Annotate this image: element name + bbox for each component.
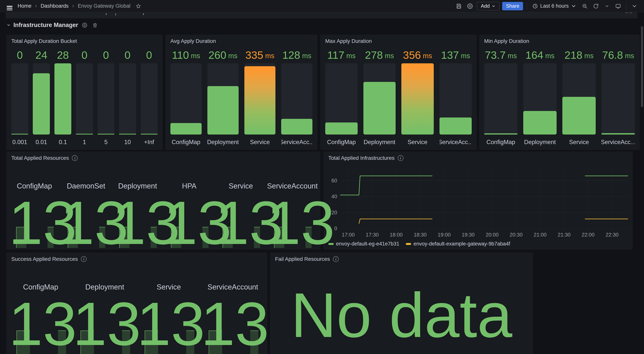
x-axis-tick: 22:30	[606, 232, 619, 238]
time-range-label: Last 6 hours	[540, 3, 569, 9]
bar--inf: 0+Inf	[141, 46, 158, 147]
time-range-picker[interactable]: Last 6 hours	[531, 2, 578, 10]
panel-title-text: Total Applied Resources	[11, 155, 69, 161]
breadcrumb-separator-icon	[34, 4, 38, 8]
page-scrollbar[interactable]	[641, 26, 643, 107]
favorite-star-button[interactable]	[134, 2, 142, 10]
bar-fill	[602, 133, 635, 135]
bar-0-01: 240.01	[33, 46, 50, 147]
bar-category-label: Deployment	[208, 135, 239, 147]
dashboard-settings-button[interactable]	[466, 2, 474, 10]
panel-fail-applied-resources: Fail Applied Resources i No data	[270, 253, 533, 354]
breadcrumb-item[interactable]: Dashboards	[41, 3, 68, 9]
refresh-button[interactable]	[592, 2, 600, 10]
bar-deployment: 278msDeployment	[364, 46, 396, 147]
panel-title[interactable]: Max Apply Duration	[325, 38, 372, 44]
save-dashboard-button[interactable]	[455, 2, 463, 10]
stat-configmap: ConfigMap13	[8, 264, 73, 354]
bar-value-number: 73.7	[485, 49, 506, 61]
info-icon[interactable]: i	[398, 155, 404, 161]
y-axis-tick: 60	[332, 178, 337, 184]
bar-fill	[325, 123, 358, 135]
bar-10: 010	[119, 46, 136, 147]
bar-fill	[523, 111, 556, 135]
bar-category-label: ServiceAcc...	[602, 135, 635, 147]
tv-mode-button[interactable]	[614, 2, 622, 10]
info-icon[interactable]: i	[72, 155, 78, 161]
chevron-down-icon	[6, 23, 11, 27]
bar-track[interactable]	[364, 63, 396, 135]
menu-toggle-button[interactable]	[5, 2, 14, 10]
bar-fill	[364, 82, 396, 135]
bar-track[interactable]	[281, 63, 312, 135]
bar-track[interactable]	[76, 63, 93, 135]
x-axis-tick: 19:00	[438, 232, 451, 238]
bar-track[interactable]	[11, 63, 28, 135]
hamburger-icon	[7, 6, 12, 6]
bar-track[interactable]	[98, 63, 114, 135]
bar-category-label: Service	[401, 135, 434, 147]
panel-title[interactable]: Total Applied Resourcesi	[11, 155, 78, 161]
panel-title[interactable]: Total Applied Infrastructuresi	[328, 155, 404, 161]
info-icon[interactable]: i	[81, 256, 87, 262]
collapse-nav-button[interactable]	[630, 2, 639, 10]
bar-value: 128ms	[281, 46, 312, 63]
bar-category-label: Service	[562, 135, 596, 147]
bar-track[interactable]	[484, 63, 518, 135]
row-collapse-toggle[interactable]	[6, 23, 11, 27]
info-icon[interactable]: i	[333, 256, 339, 262]
bar-track[interactable]	[244, 63, 276, 135]
breadcrumb-item[interactable]: Envoy Gateway Global	[78, 3, 130, 9]
bar-value-unit: ms	[508, 52, 517, 60]
bar-track[interactable]	[119, 63, 136, 135]
bar-value: 260ms	[208, 46, 239, 63]
bar-track[interactable]	[325, 63, 358, 135]
bar-track[interactable]	[141, 63, 158, 135]
add-button-label: Add	[481, 3, 490, 9]
bar-fill	[208, 86, 239, 135]
bar-track[interactable]	[523, 63, 556, 135]
row-delete-button[interactable]	[91, 21, 99, 29]
add-button[interactable]: Add	[477, 2, 500, 10]
row-settings-button[interactable]	[81, 21, 88, 29]
stat-value: 13	[8, 192, 60, 253]
bar-track[interactable]	[562, 63, 596, 135]
stat-serviceaccount: ServiceAccount13	[266, 164, 318, 249]
bar-category-label: 0.1	[54, 135, 71, 147]
bar-track[interactable]	[401, 63, 434, 135]
top-nav: HomeDashboardsEnvoy Gateway Global	[0, 0, 644, 12]
bar-fill	[33, 73, 50, 135]
bar-track[interactable]	[33, 63, 50, 135]
legend-item[interactable]: envoy-default-eg-e41e7b31	[328, 241, 399, 247]
x-axis-tick: 22:00	[582, 232, 595, 238]
bar-fill	[170, 123, 202, 135]
panel-title-text: Total Applied Infrastructures	[328, 155, 395, 161]
chevron-down-icon	[492, 4, 496, 8]
share-button[interactable]: Share	[502, 2, 523, 10]
bar-track[interactable]	[54, 63, 71, 135]
bar-track[interactable]	[208, 63, 239, 135]
zoom-out-time-button[interactable]	[580, 2, 589, 10]
breadcrumb-item[interactable]: Home	[18, 3, 32, 9]
legend-label: envoy-default-eg-e41e7b31	[336, 241, 399, 247]
bar-service: 335msService	[244, 46, 276, 147]
bar-value-number: 0	[146, 49, 152, 61]
x-axis-tick: 21:00	[534, 232, 547, 238]
legend-item[interactable]: envoy-default-example-gateway-9b7aba4f	[406, 241, 510, 247]
panel-title[interactable]: Min Apply Duration	[484, 38, 529, 44]
bar-configmap: 110msConfigMap	[170, 46, 202, 147]
bar-track[interactable]	[440, 63, 472, 135]
refresh-interval-dropdown[interactable]	[603, 2, 611, 10]
bar-track[interactable]	[602, 63, 635, 135]
bar-service: 218msService	[562, 46, 596, 147]
bar-value-number: 0	[124, 49, 130, 61]
bar-track[interactable]	[170, 63, 202, 135]
panel-title[interactable]: Total Apply Duration Bucket	[11, 38, 77, 44]
row-title[interactable]: Infrastructure Manager	[14, 22, 78, 28]
panel-title[interactable]: Avg Apply Duration	[170, 38, 216, 44]
bar-value-number: 278	[365, 49, 383, 61]
bar-value: 24	[33, 46, 50, 63]
bar-value-number: 356	[403, 49, 421, 61]
panel-title-text: Total Apply Duration Bucket	[11, 38, 77, 44]
bar-value-unit: ms	[461, 52, 470, 60]
